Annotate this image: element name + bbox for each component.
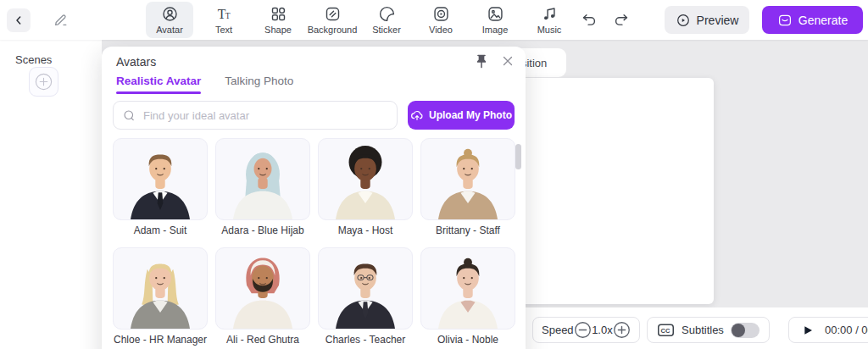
toolbar-item-label: Image bbox=[482, 25, 509, 35]
preview-label: Preview bbox=[697, 14, 739, 27]
subtitles-toggle[interactable] bbox=[731, 323, 760, 338]
avatar-portrait bbox=[215, 247, 310, 330]
play-time-control: 00:00 / 00:00 bbox=[788, 317, 868, 343]
upload-label: Upload My Photo bbox=[429, 109, 512, 121]
toolbar-item-label: Shape bbox=[264, 25, 292, 35]
avatar-search bbox=[113, 101, 398, 130]
toolbar-item-label: Text bbox=[215, 25, 232, 35]
svg-text:CC: CC bbox=[661, 327, 670, 335]
toolbar-item-label: Video bbox=[429, 25, 453, 35]
avatar-card-olivia[interactable]: Olivia - Noble bbox=[420, 247, 515, 346]
play-icon[interactable] bbox=[801, 324, 815, 337]
panel-title: Avatars bbox=[116, 55, 156, 69]
speed-value: 1.0x bbox=[592, 324, 613, 336]
speed-label: Speed bbox=[542, 324, 574, 336]
avatar-card-brittany[interactable]: Brittany - Staff bbox=[420, 138, 515, 236]
text-icon: TT bbox=[215, 5, 233, 23]
avatar-portrait bbox=[113, 138, 208, 220]
search-icon bbox=[122, 108, 136, 123]
plus-circle-large-icon bbox=[32, 70, 55, 93]
toolbar-item-image[interactable]: Image bbox=[471, 2, 519, 38]
scenes-title: Scenes bbox=[15, 53, 52, 66]
preview-button[interactable]: Preview bbox=[665, 6, 749, 34]
toolbar-item-label: Avatar bbox=[156, 25, 183, 35]
avatar-card-adara[interactable]: Adara - Blue Hijab bbox=[215, 138, 310, 236]
avatar-name: Charles - Teacher bbox=[318, 334, 413, 346]
upload-cloud-icon bbox=[410, 108, 424, 122]
panel-tabs: Realistic AvatarTalking Photo bbox=[116, 75, 293, 94]
preview-play-icon bbox=[676, 13, 691, 28]
panel-tab-realistic-avatar[interactable]: Realistic Avatar bbox=[116, 75, 201, 94]
scenes-sidebar: Scenes bbox=[0, 40, 102, 349]
add-scene-button[interactable] bbox=[29, 67, 58, 97]
music-icon bbox=[541, 5, 559, 23]
toolbar-item-sticker[interactable]: Sticker bbox=[363, 2, 410, 38]
avatar-portrait bbox=[113, 247, 208, 330]
subtitles-control: CC Subtitles bbox=[647, 317, 770, 343]
upload-my-photo-button[interactable]: Upload My Photo bbox=[408, 101, 515, 130]
pencil-icon[interactable] bbox=[53, 11, 70, 28]
generate-label: Generate bbox=[798, 14, 848, 27]
avatar-card-adam[interactable]: Adam - Suit bbox=[113, 138, 208, 236]
toolbar-item-background[interactable]: Background bbox=[309, 2, 356, 38]
panel-tab-label: Realistic Avatar bbox=[116, 75, 201, 87]
avatar-grid: Adam - Suit Adara - Blue Hijab Maya - Ho… bbox=[113, 138, 515, 346]
avatar-name: Adam - Suit bbox=[113, 224, 208, 236]
avatar-name: Ali - Red Ghutra bbox=[215, 334, 310, 346]
avatar-card-charles[interactable]: Charles - Teacher bbox=[318, 247, 413, 346]
panel-tab-label: Talking Photo bbox=[225, 75, 293, 87]
avatar-card-chloe[interactable]: Chloe - HR Manager bbox=[113, 247, 208, 346]
toolbar-item-music[interactable]: Music bbox=[526, 2, 573, 38]
speed-control: Speed 1.0x bbox=[532, 317, 640, 343]
speed-increase-button[interactable] bbox=[613, 321, 631, 339]
speed-decrease-button[interactable] bbox=[574, 321, 592, 339]
avatar-name: Chloe - HR Manager bbox=[113, 334, 208, 346]
generate-icon bbox=[777, 13, 793, 28]
sticker-icon bbox=[378, 5, 396, 23]
avatars-panel: Avatars Realistic AvatarTalking Photo Up… bbox=[102, 47, 526, 349]
toolbar-item-text[interactable]: TT Text bbox=[200, 2, 248, 38]
toolbar-item-avatar[interactable]: Avatar bbox=[146, 2, 193, 38]
back-button[interactable] bbox=[7, 8, 31, 32]
avatar-portrait bbox=[215, 138, 310, 220]
subtitles-label: Subtitles bbox=[682, 324, 724, 336]
avatar-name: Brittany - Staff bbox=[420, 224, 515, 236]
chevron-left-icon bbox=[12, 14, 25, 27]
panel-tab-talking-photo[interactable]: Talking Photo bbox=[225, 75, 293, 94]
undo-icon[interactable] bbox=[580, 11, 598, 30]
generate-button[interactable]: Generate bbox=[762, 6, 863, 34]
toolbar-tools: Avatar TT Text Shape Background Sticker … bbox=[146, 2, 573, 38]
toggle-knob bbox=[732, 324, 745, 337]
avatar-name: Adara - Blue Hijab bbox=[215, 224, 310, 236]
shape-icon bbox=[270, 5, 287, 23]
pin-icon[interactable] bbox=[473, 53, 490, 70]
top-toolbar: Avatar TT Text Shape Background Sticker … bbox=[0, 0, 868, 40]
avatar-portrait bbox=[420, 247, 515, 330]
search-input[interactable] bbox=[143, 109, 388, 122]
avatar-portrait bbox=[318, 247, 413, 330]
avatar-name: Maya - Host bbox=[318, 224, 413, 236]
cc-icon: CC bbox=[657, 323, 675, 337]
toolbar-item-label: Music bbox=[537, 25, 562, 35]
toolbar-item-video[interactable]: Video bbox=[417, 2, 465, 38]
avatar-portrait bbox=[318, 138, 413, 220]
avatar-name: Olivia - Noble bbox=[420, 334, 515, 346]
toolbar-item-shape[interactable]: Shape bbox=[254, 2, 302, 38]
redo-icon[interactable] bbox=[612, 11, 631, 30]
toolbar-item-label: Sticker bbox=[372, 25, 401, 35]
video-icon bbox=[432, 5, 450, 23]
avatar-card-maya[interactable]: Maya - Host bbox=[318, 138, 413, 236]
avatar-portrait bbox=[420, 138, 515, 220]
image-icon bbox=[487, 5, 504, 23]
panel-scrollbar-thumb[interactable] bbox=[515, 144, 521, 169]
background-icon bbox=[324, 5, 342, 23]
time-display: 00:00 / 00:00 bbox=[825, 324, 868, 336]
close-icon[interactable] bbox=[500, 53, 515, 69]
toolbar-item-label: Background bbox=[308, 25, 358, 35]
svg-text:T: T bbox=[225, 11, 230, 20]
avatar-icon bbox=[161, 5, 179, 23]
avatar-card-ali[interactable]: Ali - Red Ghutra bbox=[215, 247, 310, 346]
